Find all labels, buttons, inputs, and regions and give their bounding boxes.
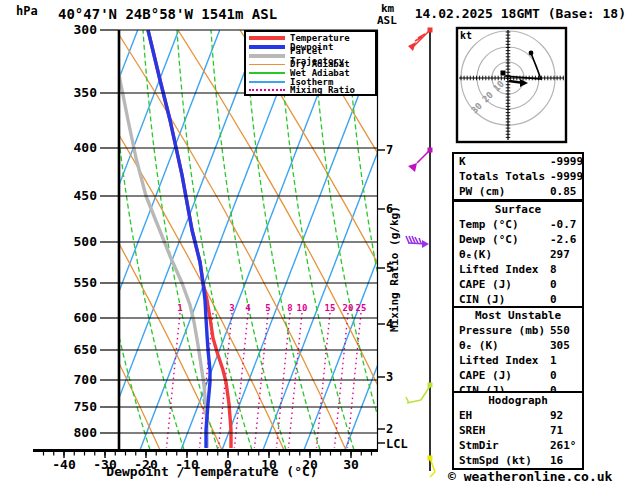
km-tick-label: 7 (386, 143, 393, 157)
dewpoint-line-sample (249, 45, 285, 49)
panel-row-value: 0 (550, 277, 557, 292)
panel-row-value: -0.7 (550, 217, 577, 232)
datetime-label: 14.02.2025 18GMT (Base: 18) (406, 6, 626, 21)
mixing-ratio-value-label: 1 (170, 303, 190, 313)
copyright-label: © weatheronline.co.uk (448, 469, 612, 484)
panel-row-value: 305 (550, 338, 570, 353)
panel-row-value: 92 (550, 408, 563, 423)
wind-barb-icon (408, 148, 433, 173)
legend: TemperatureDewpointParcel TrajectoryDry … (244, 30, 377, 96)
temperature-tick-label: -30 (85, 457, 125, 472)
km-tick-label: 3 (386, 370, 393, 384)
panel-row-label: CAPE (J) (459, 369, 512, 382)
panel-row-label: Totals Totals (459, 170, 545, 183)
panel-row: EH92 (454, 408, 582, 423)
hodograph-unit-label: kt (460, 30, 472, 41)
panel-row-value: 0.85 (550, 184, 577, 199)
panel-header: Most Unstable (454, 308, 582, 323)
temperature-line-sample (249, 36, 285, 40)
panel-row-label: StmSpd (kt) (459, 454, 532, 467)
panel-row-value: 297 (550, 247, 570, 262)
pressure-tick-label: 300 (57, 22, 97, 37)
panel-header: Hodograph (454, 393, 582, 408)
mixing-ratio-value-label: 4 (238, 303, 258, 313)
panel-row-label: Temp (°C) (459, 218, 519, 231)
panel-row: Lifted Index1 (454, 353, 582, 368)
temperature-tick-label: 30 (331, 457, 371, 472)
panel-row-label: Dewp (°C) (459, 233, 519, 246)
km-tick-label: 4 (386, 317, 393, 331)
panel-row: θₑ (K)305 (454, 338, 582, 353)
mixing-ratio-value-label: 5 (258, 303, 278, 313)
panel-row-label: PW (cm) (459, 185, 505, 198)
panel-row-value: 0 (550, 368, 557, 383)
wet-adiabat-line-sample (249, 72, 285, 74)
panel-row-label: CIN (J) (459, 293, 505, 306)
skewt-sounding-page: 102030 hPa 40°47'N 24B°58'W 1541m ASL km… (0, 0, 629, 486)
isotherm-line-sample (249, 81, 285, 83)
pressure-tick-label: 800 (57, 425, 97, 440)
panel-row-label: θₑ (K) (459, 339, 499, 352)
panel-row: StmSpd (kt)16 (454, 453, 582, 468)
panel-row-label: StmDir (459, 439, 499, 452)
wind-barb-icon (406, 236, 429, 248)
parcel-trajectory-line-sample (249, 54, 285, 58)
panel-row: CAPE (J)0 (454, 277, 582, 292)
panel-row: CAPE (J)0 (454, 368, 582, 383)
panel-row: StmDir261° (454, 438, 582, 453)
mixing-ratio-value-label: 15 (320, 303, 340, 313)
panel-row-value: -9999 (550, 169, 583, 184)
panel-row-label: EH (459, 409, 472, 422)
pressure-tick-label: 450 (57, 188, 97, 203)
panel-row-value: 1 (550, 353, 557, 368)
pressure-tick-label: 750 (57, 399, 97, 414)
panel-header: Surface (454, 202, 582, 217)
lcl-label: LCL (386, 437, 408, 451)
panel-row-label: θₑ(K) (459, 248, 492, 261)
pressure-axis-unit: hPa (16, 4, 38, 18)
panel-row-label: Pressure (mb) (459, 324, 545, 337)
panel-row-label: Lifted Index (459, 263, 538, 276)
temperature-tick-label: 20 (290, 457, 330, 472)
pressure-tick-label: 650 (57, 342, 97, 357)
dry-adiabat-line-sample (249, 64, 285, 66)
pressure-tick-label: 600 (57, 310, 97, 325)
mixing-ratio-value-label: 25 (351, 303, 371, 313)
panel-row-label: SREH (459, 424, 486, 437)
wind-barb-icon (408, 28, 433, 52)
temperature-tick-label: 0 (208, 457, 248, 472)
indices-panel: K-9999Totals Totals-9999PW (cm)0.85 (452, 152, 584, 201)
panel-row: PW (cm)0.85 (454, 184, 582, 199)
km-tick-label: 5 (386, 261, 393, 275)
panel-row: Pressure (mb)550 (454, 323, 582, 338)
panel-row-value: 8 (550, 262, 557, 277)
panel-row-value: 0 (550, 292, 557, 307)
panel-row-value: -9999 (550, 154, 583, 169)
most-unstable-panel: Most UnstablePressure (mb)550θₑ (K)305Li… (452, 306, 584, 400)
temperature-tick-label: -40 (44, 457, 84, 472)
legend-item-label: Mixing Ratio (290, 85, 355, 95)
legend-item: Mixing Ratio (246, 86, 375, 95)
height-axis-unit-asl: ASL (377, 14, 397, 27)
mixing-ratio-line-sample (249, 89, 285, 91)
panel-row: SREH71 (454, 423, 582, 438)
mixing-ratio-value-label: 10 (292, 303, 312, 313)
km-tick-label: 2 (386, 422, 393, 436)
panel-row-label: Lifted Index (459, 354, 538, 367)
panel-row-value: -2.6 (550, 232, 577, 247)
pressure-tick-label: 700 (57, 372, 97, 387)
panel-row-value: 71 (550, 423, 563, 438)
panel-row-value: 261° (550, 438, 577, 453)
page-title: 40°47'N 24B°58'W 1541m ASL (58, 6, 277, 22)
panel-row: Dewp (°C)-2.6 (454, 232, 582, 247)
hodograph-panel: HodographEH92SREH71StmDir261°StmSpd (kt)… (452, 391, 584, 470)
surface-panel: SurfaceTemp (°C)-0.7Dewp (°C)-2.6θₑ(K)29… (452, 200, 584, 309)
temperature-tick-label: -10 (167, 457, 207, 472)
panel-row-label: CAPE (J) (459, 278, 512, 291)
pressure-tick-label: 350 (57, 85, 97, 100)
panel-row: θₑ(K)297 (454, 247, 582, 262)
temperature-tick-label: -20 (126, 457, 166, 472)
panel-row: Temp (°C)-0.7 (454, 217, 582, 232)
pressure-tick-label: 500 (57, 234, 97, 249)
panel-row: K-9999 (454, 154, 582, 169)
